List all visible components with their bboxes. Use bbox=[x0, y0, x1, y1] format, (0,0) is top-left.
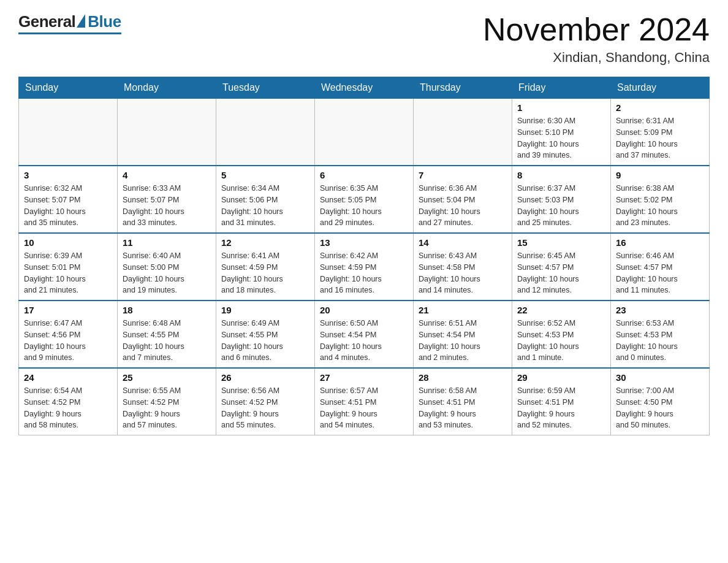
day-number: 5 bbox=[221, 170, 309, 180]
calendar-cell bbox=[216, 99, 315, 166]
day-info: Sunrise: 6:46 AMSunset: 4:57 PMDaylight:… bbox=[616, 250, 704, 296]
day-number: 3 bbox=[24, 170, 112, 180]
weekday-header-saturday: Saturday bbox=[611, 77, 710, 99]
day-info: Sunrise: 6:38 AMSunset: 5:02 PMDaylight:… bbox=[616, 183, 704, 229]
day-info: Sunrise: 6:55 AMSunset: 4:52 PMDaylight:… bbox=[123, 385, 211, 431]
day-number: 20 bbox=[320, 305, 408, 315]
day-info: Sunrise: 6:39 AMSunset: 5:01 PMDaylight:… bbox=[24, 250, 112, 296]
calendar-cell: 8Sunrise: 6:37 AMSunset: 5:03 PMDaylight… bbox=[512, 166, 611, 233]
day-info: Sunrise: 6:33 AMSunset: 5:07 PMDaylight:… bbox=[123, 183, 211, 229]
day-info: Sunrise: 6:30 AMSunset: 5:10 PMDaylight:… bbox=[517, 115, 605, 161]
day-info: Sunrise: 6:31 AMSunset: 5:09 PMDaylight:… bbox=[616, 115, 704, 161]
day-number: 7 bbox=[419, 170, 507, 180]
calendar-cell: 27Sunrise: 6:57 AMSunset: 4:51 PMDayligh… bbox=[315, 368, 414, 435]
calendar-cell: 30Sunrise: 7:00 AMSunset: 4:50 PMDayligh… bbox=[611, 368, 710, 435]
calendar-cell: 16Sunrise: 6:46 AMSunset: 4:57 PMDayligh… bbox=[611, 233, 710, 301]
calendar-cell: 11Sunrise: 6:40 AMSunset: 5:00 PMDayligh… bbox=[118, 233, 216, 301]
day-info: Sunrise: 6:34 AMSunset: 5:06 PMDaylight:… bbox=[221, 183, 309, 229]
day-number: 14 bbox=[419, 237, 507, 248]
calendar-cell: 19Sunrise: 6:49 AMSunset: 4:55 PMDayligh… bbox=[216, 301, 315, 368]
day-info: Sunrise: 6:45 AMSunset: 4:57 PMDaylight:… bbox=[517, 250, 605, 296]
day-number: 19 bbox=[221, 305, 309, 315]
calendar-cell: 12Sunrise: 6:41 AMSunset: 4:59 PMDayligh… bbox=[216, 233, 315, 301]
day-info: Sunrise: 6:32 AMSunset: 5:07 PMDaylight:… bbox=[24, 183, 112, 229]
calendar-cell: 26Sunrise: 6:56 AMSunset: 4:52 PMDayligh… bbox=[216, 368, 315, 435]
day-info: Sunrise: 6:43 AMSunset: 4:58 PMDaylight:… bbox=[419, 250, 507, 296]
day-info: Sunrise: 6:41 AMSunset: 4:59 PMDaylight:… bbox=[221, 250, 309, 296]
logo-blue: Blue bbox=[88, 12, 121, 31]
calendar-cell: 21Sunrise: 6:51 AMSunset: 4:54 PMDayligh… bbox=[414, 301, 512, 368]
calendar-week-row-5: 24Sunrise: 6:54 AMSunset: 4:52 PMDayligh… bbox=[19, 368, 710, 435]
calendar-cell: 17Sunrise: 6:47 AMSunset: 4:56 PMDayligh… bbox=[19, 301, 118, 368]
title-block: November 2024 Xindian, Shandong, China bbox=[483, 12, 710, 66]
day-info: Sunrise: 6:57 AMSunset: 4:51 PMDaylight:… bbox=[320, 385, 408, 431]
calendar-cell: 7Sunrise: 6:36 AMSunset: 5:04 PMDaylight… bbox=[414, 166, 512, 233]
day-number: 26 bbox=[221, 372, 309, 383]
calendar-cell: 5Sunrise: 6:34 AMSunset: 5:06 PMDaylight… bbox=[216, 166, 315, 233]
weekday-header-wednesday: Wednesday bbox=[315, 77, 414, 99]
day-number: 1 bbox=[517, 102, 605, 113]
day-number: 9 bbox=[616, 170, 704, 180]
day-info: Sunrise: 6:48 AMSunset: 4:55 PMDaylight:… bbox=[123, 318, 211, 364]
day-number: 24 bbox=[24, 372, 112, 383]
day-number: 16 bbox=[616, 237, 704, 248]
day-info: Sunrise: 6:56 AMSunset: 4:52 PMDaylight:… bbox=[221, 385, 309, 431]
calendar-week-row-3: 10Sunrise: 6:39 AMSunset: 5:01 PMDayligh… bbox=[19, 233, 710, 301]
calendar-cell: 1Sunrise: 6:30 AMSunset: 5:10 PMDaylight… bbox=[512, 99, 611, 166]
weekday-header-tuesday: Tuesday bbox=[216, 77, 315, 99]
day-number: 6 bbox=[320, 170, 408, 180]
day-info: Sunrise: 6:37 AMSunset: 5:03 PMDaylight:… bbox=[517, 183, 605, 229]
calendar-week-row-2: 3Sunrise: 6:32 AMSunset: 5:07 PMDaylight… bbox=[19, 166, 710, 233]
day-info: Sunrise: 6:49 AMSunset: 4:55 PMDaylight:… bbox=[221, 318, 309, 364]
calendar-cell: 15Sunrise: 6:45 AMSunset: 4:57 PMDayligh… bbox=[512, 233, 611, 301]
day-info: Sunrise: 7:00 AMSunset: 4:50 PMDaylight:… bbox=[616, 385, 704, 431]
calendar-cell: 23Sunrise: 6:53 AMSunset: 4:53 PMDayligh… bbox=[611, 301, 710, 368]
calendar-cell bbox=[414, 99, 512, 166]
weekday-header-row: SundayMondayTuesdayWednesdayThursdayFrid… bbox=[19, 77, 710, 99]
day-info: Sunrise: 6:42 AMSunset: 4:59 PMDaylight:… bbox=[320, 250, 408, 296]
day-number: 30 bbox=[616, 372, 704, 383]
day-info: Sunrise: 6:50 AMSunset: 4:54 PMDaylight:… bbox=[320, 318, 408, 364]
weekday-header-sunday: Sunday bbox=[19, 77, 118, 99]
logo-triangle-icon bbox=[77, 14, 85, 28]
day-number: 22 bbox=[517, 305, 605, 315]
calendar-cell: 20Sunrise: 6:50 AMSunset: 4:54 PMDayligh… bbox=[315, 301, 414, 368]
month-year-title: November 2024 bbox=[483, 12, 710, 47]
calendar-cell: 24Sunrise: 6:54 AMSunset: 4:52 PMDayligh… bbox=[19, 368, 118, 435]
day-number: 2 bbox=[616, 102, 704, 113]
calendar-cell: 18Sunrise: 6:48 AMSunset: 4:55 PMDayligh… bbox=[118, 301, 216, 368]
day-number: 29 bbox=[517, 372, 605, 383]
calendar-cell bbox=[19, 99, 118, 166]
calendar-cell: 6Sunrise: 6:35 AMSunset: 5:05 PMDaylight… bbox=[315, 166, 414, 233]
day-number: 4 bbox=[123, 170, 211, 180]
logo: General Blue bbox=[18, 12, 121, 34]
calendar-cell: 10Sunrise: 6:39 AMSunset: 5:01 PMDayligh… bbox=[19, 233, 118, 301]
day-info: Sunrise: 6:51 AMSunset: 4:54 PMDaylight:… bbox=[419, 318, 507, 364]
calendar-cell: 3Sunrise: 6:32 AMSunset: 5:07 PMDaylight… bbox=[19, 166, 118, 233]
calendar-table: SundayMondayTuesdayWednesdayThursdayFrid… bbox=[18, 77, 710, 435]
calendar-cell: 25Sunrise: 6:55 AMSunset: 4:52 PMDayligh… bbox=[118, 368, 216, 435]
calendar-cell: 13Sunrise: 6:42 AMSunset: 4:59 PMDayligh… bbox=[315, 233, 414, 301]
day-number: 13 bbox=[320, 237, 408, 248]
day-number: 25 bbox=[123, 372, 211, 383]
logo-general: General bbox=[18, 12, 75, 31]
weekday-header-friday: Friday bbox=[512, 77, 611, 99]
page-header: General Blue November 2024 Xindian, Shan… bbox=[18, 12, 710, 66]
day-number: 11 bbox=[123, 237, 211, 248]
calendar-cell: 4Sunrise: 6:33 AMSunset: 5:07 PMDaylight… bbox=[118, 166, 216, 233]
day-info: Sunrise: 6:53 AMSunset: 4:53 PMDaylight:… bbox=[616, 318, 704, 364]
calendar-cell: 14Sunrise: 6:43 AMSunset: 4:58 PMDayligh… bbox=[414, 233, 512, 301]
calendar-cell: 9Sunrise: 6:38 AMSunset: 5:02 PMDaylight… bbox=[611, 166, 710, 233]
day-info: Sunrise: 6:47 AMSunset: 4:56 PMDaylight:… bbox=[24, 318, 112, 364]
weekday-header-thursday: Thursday bbox=[414, 77, 512, 99]
day-info: Sunrise: 6:54 AMSunset: 4:52 PMDaylight:… bbox=[24, 385, 112, 431]
day-number: 21 bbox=[419, 305, 507, 315]
day-info: Sunrise: 6:40 AMSunset: 5:00 PMDaylight:… bbox=[123, 250, 211, 296]
day-number: 8 bbox=[517, 170, 605, 180]
day-number: 27 bbox=[320, 372, 408, 383]
calendar-cell: 29Sunrise: 6:59 AMSunset: 4:51 PMDayligh… bbox=[512, 368, 611, 435]
calendar-cell: 22Sunrise: 6:52 AMSunset: 4:53 PMDayligh… bbox=[512, 301, 611, 368]
day-info: Sunrise: 6:35 AMSunset: 5:05 PMDaylight:… bbox=[320, 183, 408, 229]
day-info: Sunrise: 6:52 AMSunset: 4:53 PMDaylight:… bbox=[517, 318, 605, 364]
location-subtitle: Xindian, Shandong, China bbox=[483, 50, 710, 66]
